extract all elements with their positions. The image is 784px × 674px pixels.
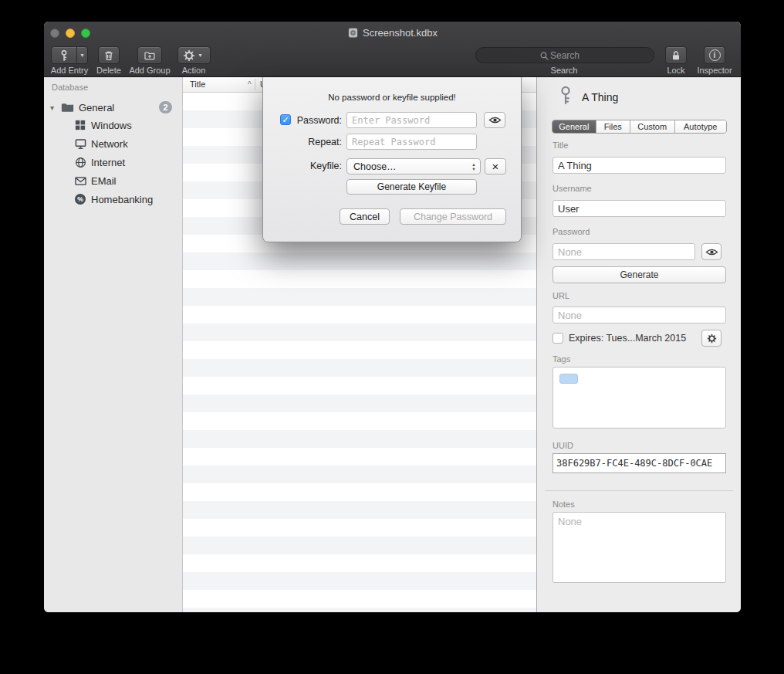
keyfile-label: Keyfile: — [286, 161, 342, 171]
generate-password-button[interactable]: Generate — [553, 266, 726, 283]
expires-settings-button[interactable] — [701, 330, 721, 347]
windows-icon — [74, 119, 86, 131]
inspector-button[interactable]: i — [704, 46, 725, 64]
tag-chip[interactable] — [559, 374, 578, 384]
password-label: Password: — [286, 115, 342, 126]
notes-label: Notes — [553, 500, 575, 509]
sidebar: Database ▾ General 2 Windows Network Int… — [44, 77, 183, 612]
password-field[interactable] — [553, 243, 695, 260]
username-field[interactable] — [553, 200, 726, 217]
title-label: Title — [553, 141, 568, 150]
key-plus-icon — [52, 49, 76, 62]
clear-keyfile-button[interactable]: × — [485, 158, 506, 174]
generate-keyfile-button[interactable]: Generate Keyfile — [346, 179, 477, 195]
reveal-password-button[interactable] — [484, 112, 505, 128]
sidebar-item-internet[interactable]: Internet — [44, 153, 182, 171]
percent-coin-icon: % — [74, 193, 86, 205]
search-input[interactable] — [476, 48, 654, 63]
gear-icon — [183, 49, 195, 62]
keyfile-dropdown[interactable]: Choose… ▴ ▾ — [346, 158, 481, 174]
column-header-title[interactable]: Title — [190, 80, 205, 89]
folder-plus-icon — [144, 49, 156, 62]
tags-box[interactable] — [553, 367, 726, 428]
tab-autotype[interactable]: Autotype — [675, 120, 727, 133]
action-button[interactable]: ▾ — [177, 46, 211, 64]
notes-field[interactable] — [553, 512, 726, 583]
sidebar-item-label: EMail — [91, 175, 117, 187]
entry-title: A Thing — [582, 91, 618, 103]
expires-checkbox[interactable] — [553, 333, 563, 344]
title-field[interactable] — [553, 157, 726, 174]
password-sheet: No password or keyfile supplied! ✓ Passw… — [262, 77, 522, 242]
add-group-button[interactable] — [137, 46, 162, 64]
count-badge: 2 — [159, 101, 172, 113]
search-label: Search — [551, 66, 578, 75]
stepper-icons: ▴ ▾ — [468, 162, 480, 171]
stepper-down-icon: ▾ — [472, 167, 475, 171]
password-label: Password — [553, 227, 590, 236]
sidebar-item-email[interactable]: EMail — [44, 171, 182, 190]
uuid-label: UUID — [553, 441, 573, 450]
url-field[interactable] — [553, 307, 726, 323]
eye-icon — [705, 248, 718, 256]
tags-label: Tags — [553, 354, 570, 364]
globe-icon — [74, 156, 86, 168]
add-entry-label: Add Entry — [51, 66, 88, 75]
repeat-label: Repeat: — [286, 137, 342, 147]
sidebar-item-homebanking[interactable]: % Homebanking — [44, 190, 182, 208]
disclosure-triangle-icon[interactable]: ▾ — [50, 103, 59, 112]
chevron-down-icon: ▾ — [195, 52, 204, 59]
folder-icon — [61, 102, 74, 113]
reveal-password-button[interactable] — [701, 243, 721, 260]
sort-ascending-icon: ^ — [248, 80, 252, 89]
change-password-button[interactable]: Change Password — [400, 208, 506, 225]
keyfile-value: Choose… — [347, 161, 468, 172]
sidebar-item-label: Homebanking — [91, 194, 153, 205]
sidebar-item-label: Network — [91, 138, 128, 150]
sidebar-section-header: Database — [52, 83, 88, 92]
tab-custom[interactable]: Custom — [630, 120, 675, 133]
window-title: Screenshot.kdbx — [44, 22, 741, 45]
action-label: Action — [182, 66, 206, 75]
gear-icon — [707, 334, 717, 344]
envelope-icon — [74, 174, 86, 187]
sidebar-item-label: General — [79, 102, 114, 113]
info-icon: i — [709, 49, 721, 61]
document-icon — [347, 27, 359, 39]
window-chrome[interactable]: Screenshot.kdbx ▾ Add Entry Delete Add G… — [44, 22, 741, 77]
window-title-text: Screenshot.kdbx — [363, 27, 438, 39]
sheet-message: No password or keyfile supplied! — [263, 93, 521, 102]
delete-button[interactable] — [98, 46, 120, 64]
network-icon — [74, 137, 86, 150]
sidebar-item-windows[interactable]: Windows — [44, 116, 182, 134]
key-icon — [556, 85, 576, 107]
eye-icon — [488, 116, 502, 124]
cancel-button[interactable]: Cancel — [340, 208, 390, 225]
sidebar-item-network[interactable]: Network — [44, 134, 182, 153]
password-input[interactable] — [346, 112, 477, 128]
column-divider[interactable] — [255, 79, 255, 90]
chevron-down-icon[interactable]: ▾ — [77, 52, 86, 59]
delete-label: Delete — [96, 66, 121, 75]
search-field[interactable] — [475, 47, 654, 63]
username-label: Username — [553, 184, 592, 193]
lock-button[interactable] — [665, 46, 687, 64]
tab-files[interactable]: Files — [596, 120, 630, 133]
add-entry-button[interactable]: ▾ — [51, 46, 88, 64]
trash-icon — [103, 49, 115, 62]
inspector-tabs: General Files Custom Autotype — [552, 120, 727, 134]
inspector-panel: A Thing General Files Custom Autotype Ti… — [536, 77, 741, 612]
repeat-input[interactable] — [346, 134, 477, 150]
close-x-icon: × — [492, 160, 499, 173]
url-label: URL — [553, 291, 569, 300]
inspector-label: Inspector — [697, 66, 732, 75]
sidebar-item-general[interactable]: ▾ General 2 — [44, 98, 182, 117]
add-group-label: Add Group — [129, 66, 170, 75]
expires-label: Expires: Tues...March 2015 — [569, 333, 686, 344]
lock-label: Lock — [667, 66, 684, 75]
tab-general[interactable]: General — [553, 120, 596, 133]
uuid-field[interactable] — [553, 453, 726, 473]
lock-icon — [670, 49, 682, 62]
app-window: Screenshot.kdbx ▾ Add Entry Delete Add G… — [44, 22, 741, 612]
sidebar-item-label: Windows — [91, 120, 132, 131]
